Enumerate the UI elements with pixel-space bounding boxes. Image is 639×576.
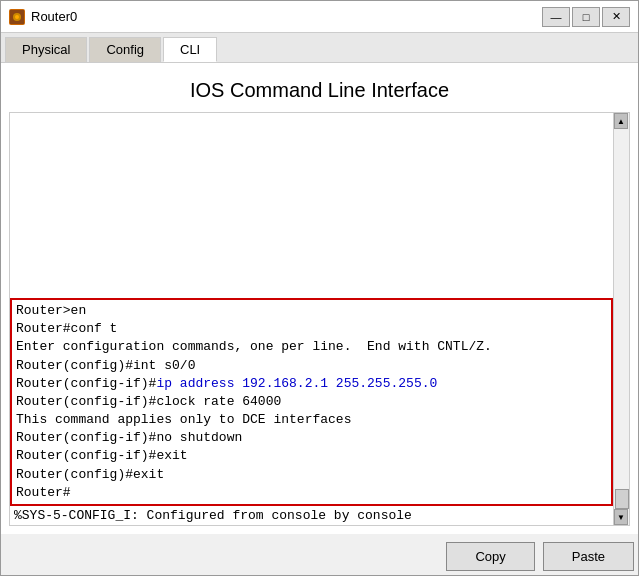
title-bar: Router0 — □ ✕ bbox=[1, 1, 638, 33]
copy-button[interactable]: Copy bbox=[446, 542, 534, 571]
maximize-button[interactable]: □ bbox=[572, 7, 600, 27]
close-button[interactable]: ✕ bbox=[602, 7, 630, 27]
app-icon bbox=[9, 9, 25, 25]
terminal-status: %SYS-5-CONFIG_I: Configured from console… bbox=[10, 506, 613, 525]
scrollbar-track: ▲ ▼ bbox=[613, 113, 629, 525]
scroll-up-button[interactable]: ▲ bbox=[614, 113, 628, 129]
terminal-wrapper[interactable]: Router>en Router#conf t Enter configurat… bbox=[9, 112, 630, 526]
page-title: IOS Command Line Interface bbox=[9, 71, 630, 112]
scrollbar-thumb[interactable] bbox=[615, 489, 629, 509]
window-title: Router0 bbox=[31, 9, 77, 24]
window-controls: — □ ✕ bbox=[542, 7, 630, 27]
button-bar: Copy Paste bbox=[1, 534, 638, 575]
title-bar-left: Router0 bbox=[9, 9, 77, 25]
tab-config[interactable]: Config bbox=[89, 37, 161, 62]
content-area: IOS Command Line Interface Router>en Rou… bbox=[1, 63, 638, 534]
terminal-upper-blank bbox=[10, 113, 613, 298]
svg-point-2 bbox=[15, 15, 19, 19]
terminal-scroll[interactable]: Router>en Router#conf t Enter configurat… bbox=[10, 113, 629, 525]
minimize-button[interactable]: — bbox=[542, 7, 570, 27]
scroll-down-button[interactable]: ▼ bbox=[614, 509, 628, 525]
paste-button[interactable]: Paste bbox=[543, 542, 634, 571]
tab-cli[interactable]: CLI bbox=[163, 37, 217, 62]
tab-physical[interactable]: Physical bbox=[5, 37, 87, 62]
main-window: Router0 — □ ✕ Physical Config CLI IOS Co… bbox=[0, 0, 639, 576]
tab-bar: Physical Config CLI bbox=[1, 33, 638, 63]
terminal-command-block: Router>en Router#conf t Enter configurat… bbox=[10, 298, 613, 506]
